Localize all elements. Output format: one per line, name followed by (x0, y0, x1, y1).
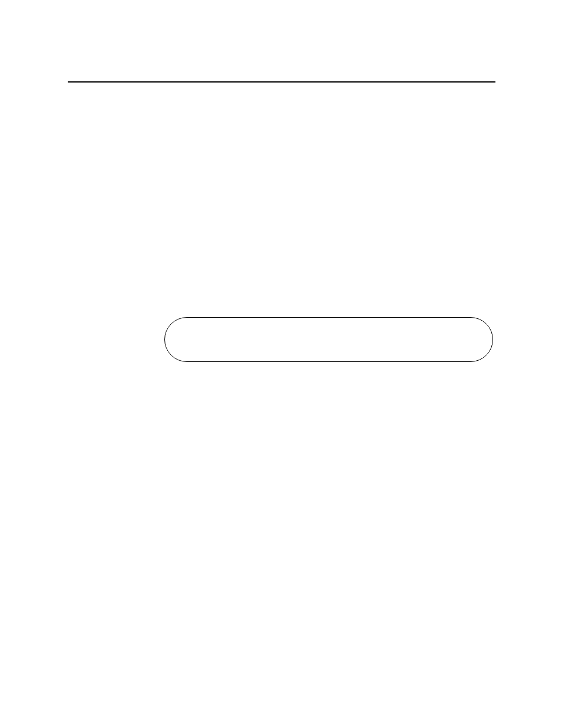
document-page (0, 0, 562, 728)
header-divider (68, 81, 495, 83)
callout-box (164, 317, 493, 362)
